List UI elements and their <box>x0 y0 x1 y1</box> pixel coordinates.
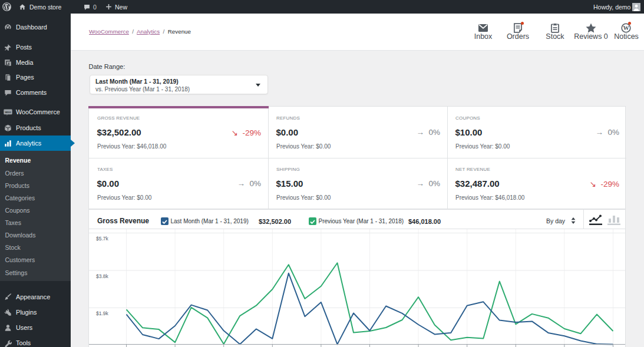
svg-text:W: W <box>623 25 629 31</box>
svg-text:$1.9k: $1.9k <box>96 310 109 316</box>
svg-text:woo: woo <box>4 110 11 113</box>
svg-text:$5.7k: $5.7k <box>96 236 109 242</box>
svg-text:$3.8k: $3.8k <box>96 273 109 279</box>
